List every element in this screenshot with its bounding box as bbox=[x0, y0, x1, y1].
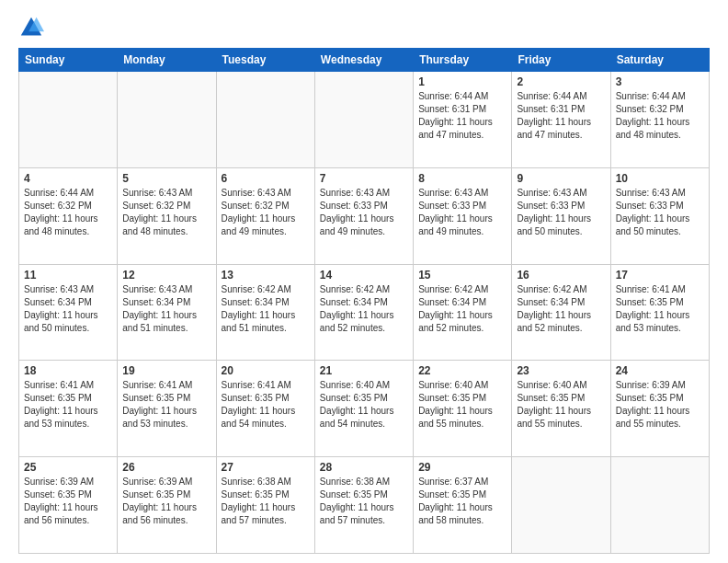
calendar-table: SundayMondayTuesdayWednesdayThursdayFrid… bbox=[18, 48, 710, 554]
day-info: Sunrise: 6:42 AM Sunset: 6:34 PM Dayligh… bbox=[418, 283, 506, 335]
day-info: Sunrise: 6:44 AM Sunset: 6:31 PM Dayligh… bbox=[418, 90, 506, 142]
day-info: Sunrise: 6:40 AM Sunset: 6:35 PM Dayligh… bbox=[320, 379, 408, 431]
calendar-cell: 5Sunrise: 6:43 AM Sunset: 6:32 PM Daylig… bbox=[118, 167, 216, 264]
calendar-cell: 24Sunrise: 6:39 AM Sunset: 6:35 PM Dayli… bbox=[610, 361, 709, 457]
day-info: Sunrise: 6:42 AM Sunset: 6:34 PM Dayligh… bbox=[222, 283, 310, 335]
calendar-cell: 29Sunrise: 6:37 AM Sunset: 6:35 PM Dayli… bbox=[414, 457, 512, 554]
day-info: Sunrise: 6:38 AM Sunset: 6:35 PM Dayligh… bbox=[320, 476, 408, 527]
calendar-week-3: 18Sunrise: 6:41 AM Sunset: 6:35 PM Dayli… bbox=[19, 361, 710, 457]
weekday-header-wednesday: Wednesday bbox=[314, 49, 413, 72]
calendar-cell: 25Sunrise: 6:39 AM Sunset: 6:35 PM Dayli… bbox=[19, 457, 118, 554]
day-number: 14 bbox=[320, 269, 408, 282]
day-info: Sunrise: 6:38 AM Sunset: 6:35 PM Dayligh… bbox=[222, 476, 310, 527]
page: SundayMondayTuesdayWednesdayThursdayFrid… bbox=[0, 0, 728, 563]
day-info: Sunrise: 6:41 AM Sunset: 6:35 PM Dayligh… bbox=[122, 379, 210, 431]
calendar-cell: 9Sunrise: 6:43 AM Sunset: 6:33 PM Daylig… bbox=[512, 167, 610, 264]
day-info: Sunrise: 6:44 AM Sunset: 6:32 PM Dayligh… bbox=[24, 187, 112, 238]
calendar-week-2: 11Sunrise: 6:43 AM Sunset: 6:34 PM Dayli… bbox=[19, 264, 710, 361]
calendar-cell: 21Sunrise: 6:40 AM Sunset: 6:35 PM Dayli… bbox=[314, 361, 413, 457]
weekday-header-monday: Monday bbox=[118, 49, 216, 72]
day-number: 4 bbox=[24, 172, 112, 185]
day-info: Sunrise: 6:41 AM Sunset: 6:35 PM Dayligh… bbox=[616, 283, 704, 335]
calendar-cell: 8Sunrise: 6:43 AM Sunset: 6:33 PM Daylig… bbox=[414, 167, 512, 264]
day-number: 2 bbox=[517, 75, 605, 88]
day-number: 8 bbox=[418, 172, 506, 185]
calendar-week-1: 4Sunrise: 6:44 AM Sunset: 6:32 PM Daylig… bbox=[19, 167, 710, 264]
calendar-cell: 2Sunrise: 6:44 AM Sunset: 6:31 PM Daylig… bbox=[512, 72, 610, 168]
calendar-cell: 6Sunrise: 6:43 AM Sunset: 6:32 PM Daylig… bbox=[216, 167, 314, 264]
day-info: Sunrise: 6:39 AM Sunset: 6:35 PM Dayligh… bbox=[24, 476, 112, 527]
day-number: 26 bbox=[122, 461, 210, 474]
calendar-cell bbox=[216, 72, 314, 168]
calendar-week-0: 1Sunrise: 6:44 AM Sunset: 6:31 PM Daylig… bbox=[19, 72, 710, 168]
day-number: 17 bbox=[616, 269, 704, 282]
day-number: 12 bbox=[122, 269, 210, 282]
weekday-header-tuesday: Tuesday bbox=[216, 49, 314, 72]
calendar-cell: 1Sunrise: 6:44 AM Sunset: 6:31 PM Daylig… bbox=[414, 72, 512, 168]
calendar-cell: 23Sunrise: 6:40 AM Sunset: 6:35 PM Dayli… bbox=[512, 361, 610, 457]
day-number: 27 bbox=[222, 461, 310, 474]
day-number: 19 bbox=[122, 364, 210, 377]
calendar-cell bbox=[314, 72, 413, 168]
calendar-cell: 12Sunrise: 6:43 AM Sunset: 6:34 PM Dayli… bbox=[118, 264, 216, 361]
day-info: Sunrise: 6:41 AM Sunset: 6:35 PM Dayligh… bbox=[24, 379, 112, 431]
day-info: Sunrise: 6:43 AM Sunset: 6:34 PM Dayligh… bbox=[122, 283, 210, 335]
weekday-header-row: SundayMondayTuesdayWednesdayThursdayFrid… bbox=[19, 49, 710, 72]
day-number: 20 bbox=[222, 364, 310, 377]
calendar-cell: 26Sunrise: 6:39 AM Sunset: 6:35 PM Dayli… bbox=[118, 457, 216, 554]
day-info: Sunrise: 6:43 AM Sunset: 6:34 PM Dayligh… bbox=[24, 283, 112, 335]
weekday-header-saturday: Saturday bbox=[610, 49, 709, 72]
day-number: 28 bbox=[320, 461, 408, 474]
calendar-cell: 27Sunrise: 6:38 AM Sunset: 6:35 PM Dayli… bbox=[216, 457, 314, 554]
calendar-cell: 20Sunrise: 6:41 AM Sunset: 6:35 PM Dayli… bbox=[216, 361, 314, 457]
day-number: 6 bbox=[222, 172, 310, 185]
calendar-cell: 22Sunrise: 6:40 AM Sunset: 6:35 PM Dayli… bbox=[414, 361, 512, 457]
weekday-header-friday: Friday bbox=[512, 49, 610, 72]
calendar-week-4: 25Sunrise: 6:39 AM Sunset: 6:35 PM Dayli… bbox=[19, 457, 710, 554]
day-info: Sunrise: 6:44 AM Sunset: 6:32 PM Dayligh… bbox=[616, 90, 704, 142]
weekday-header-sunday: Sunday bbox=[19, 49, 118, 72]
day-number: 16 bbox=[517, 269, 605, 282]
logo-icon bbox=[18, 15, 44, 40]
calendar-cell: 3Sunrise: 6:44 AM Sunset: 6:32 PM Daylig… bbox=[610, 72, 709, 168]
day-number: 23 bbox=[517, 364, 605, 377]
day-number: 18 bbox=[24, 364, 112, 377]
day-number: 22 bbox=[418, 364, 506, 377]
day-number: 9 bbox=[517, 172, 605, 185]
calendar-cell: 18Sunrise: 6:41 AM Sunset: 6:35 PM Dayli… bbox=[19, 361, 118, 457]
day-info: Sunrise: 6:40 AM Sunset: 6:35 PM Dayligh… bbox=[517, 379, 605, 431]
calendar-cell: 13Sunrise: 6:42 AM Sunset: 6:34 PM Dayli… bbox=[216, 264, 314, 361]
day-number: 29 bbox=[418, 461, 506, 474]
calendar-cell: 15Sunrise: 6:42 AM Sunset: 6:34 PM Dayli… bbox=[414, 264, 512, 361]
calendar-cell: 16Sunrise: 6:42 AM Sunset: 6:34 PM Dayli… bbox=[512, 264, 610, 361]
day-number: 15 bbox=[418, 269, 506, 282]
day-info: Sunrise: 6:43 AM Sunset: 6:32 PM Dayligh… bbox=[222, 187, 310, 238]
day-info: Sunrise: 6:43 AM Sunset: 6:33 PM Dayligh… bbox=[616, 187, 704, 238]
day-number: 11 bbox=[24, 269, 112, 282]
day-info: Sunrise: 6:40 AM Sunset: 6:35 PM Dayligh… bbox=[418, 379, 506, 431]
calendar-cell: 14Sunrise: 6:42 AM Sunset: 6:34 PM Dayli… bbox=[314, 264, 413, 361]
calendar-cell: 19Sunrise: 6:41 AM Sunset: 6:35 PM Dayli… bbox=[118, 361, 216, 457]
day-number: 7 bbox=[320, 172, 408, 185]
day-number: 21 bbox=[320, 364, 408, 377]
day-info: Sunrise: 6:42 AM Sunset: 6:34 PM Dayligh… bbox=[517, 283, 605, 335]
day-number: 5 bbox=[122, 172, 210, 185]
day-info: Sunrise: 6:43 AM Sunset: 6:33 PM Dayligh… bbox=[418, 187, 506, 238]
day-number: 24 bbox=[616, 364, 704, 377]
day-info: Sunrise: 6:43 AM Sunset: 6:33 PM Dayligh… bbox=[320, 187, 408, 238]
calendar-cell: 28Sunrise: 6:38 AM Sunset: 6:35 PM Dayli… bbox=[314, 457, 413, 554]
day-number: 1 bbox=[418, 75, 506, 88]
calendar-cell bbox=[512, 457, 610, 554]
day-number: 3 bbox=[616, 75, 704, 88]
day-info: Sunrise: 6:41 AM Sunset: 6:35 PM Dayligh… bbox=[222, 379, 310, 431]
calendar-cell bbox=[118, 72, 216, 168]
calendar-cell bbox=[610, 457, 709, 554]
calendar-cell: 7Sunrise: 6:43 AM Sunset: 6:33 PM Daylig… bbox=[314, 167, 413, 264]
calendar-cell: 10Sunrise: 6:43 AM Sunset: 6:33 PM Dayli… bbox=[610, 167, 709, 264]
day-info: Sunrise: 6:43 AM Sunset: 6:32 PM Dayligh… bbox=[122, 187, 210, 238]
day-info: Sunrise: 6:43 AM Sunset: 6:33 PM Dayligh… bbox=[517, 187, 605, 238]
weekday-header-thursday: Thursday bbox=[414, 49, 512, 72]
day-number: 25 bbox=[24, 461, 112, 474]
calendar-cell: 17Sunrise: 6:41 AM Sunset: 6:35 PM Dayli… bbox=[610, 264, 709, 361]
day-info: Sunrise: 6:42 AM Sunset: 6:34 PM Dayligh… bbox=[320, 283, 408, 335]
